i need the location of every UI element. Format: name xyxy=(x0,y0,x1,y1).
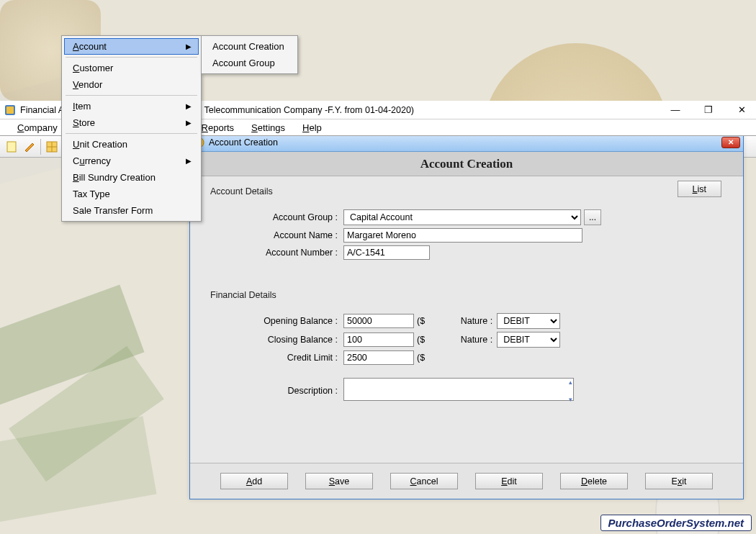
menu-company[interactable]: Company xyxy=(10,121,65,135)
account-submenu: Account Creation Account Group xyxy=(201,35,298,74)
menu-item-sale-transfer[interactable]: Sale Transfer Form xyxy=(64,202,199,219)
menu-settings[interactable]: Settings xyxy=(244,121,292,135)
chevron-right-icon: ▶ xyxy=(186,42,192,50)
dialog-header: Account Creation xyxy=(190,152,743,176)
dialog-title: Account Creation xyxy=(209,137,278,148)
app-icon xyxy=(4,104,16,116)
svg-rect-2 xyxy=(7,142,16,152)
account-number-input[interactable] xyxy=(343,245,430,260)
label-closing-balance: Closing Balance : xyxy=(246,335,343,345)
svg-rect-1 xyxy=(6,107,14,114)
menu-item-store[interactable]: Store▶ xyxy=(64,114,199,131)
scroll-up-icon[interactable]: ▴ xyxy=(569,379,572,386)
label-credit-limit: Credit Limit : xyxy=(246,353,343,363)
label-opening-balance: Opening Balance : xyxy=(246,316,343,326)
exit-button[interactable]: Exit xyxy=(645,473,713,489)
toolbar-edit-icon[interactable] xyxy=(22,139,37,155)
currency-suffix: ($ xyxy=(417,335,425,345)
menu-help[interactable]: Help xyxy=(295,121,329,135)
description-textarea[interactable] xyxy=(343,378,574,401)
currency-suffix: ($ xyxy=(417,316,425,326)
watermark: PurchaseOrderSystem.net xyxy=(600,515,752,531)
nature-1-select[interactable]: DEBIT xyxy=(497,313,560,329)
cancel-button[interactable]: Cancel xyxy=(390,473,458,489)
label-nature-1: Nature : xyxy=(454,316,497,326)
account-group-browse-button[interactable]: ... xyxy=(584,209,601,225)
label-account-name: Account Name : xyxy=(246,230,343,240)
account-name-input[interactable] xyxy=(343,228,582,243)
chevron-right-icon: ▶ xyxy=(186,119,192,127)
menu-separator xyxy=(66,95,197,96)
edit-button[interactable]: Edit xyxy=(475,473,543,489)
nature-2-select[interactable]: DEBIT xyxy=(497,332,560,348)
account-creation-dialog: Account Creation ✕ Account Creation List… xyxy=(189,132,744,499)
menu-item-unit-creation[interactable]: Unit Creation xyxy=(64,136,199,153)
menu-item-vendor[interactable]: Vendor xyxy=(64,76,199,93)
menu-separator xyxy=(66,133,197,134)
opening-balance-input[interactable] xyxy=(343,314,414,328)
label-nature-2: Nature : xyxy=(454,335,497,345)
account-group-select[interactable]: Capital Account xyxy=(343,209,581,225)
section-financial-details: Financial Details xyxy=(210,290,723,300)
submenu-account-creation[interactable]: Account Creation xyxy=(204,38,295,55)
currency-suffix: ($ xyxy=(417,353,425,363)
label-account-number: Account Number : xyxy=(246,248,343,258)
dialog-footer: Add Save Cancel Edit Delete Exit xyxy=(190,463,743,499)
save-button[interactable]: Save xyxy=(305,473,373,489)
close-button[interactable]: ✕ xyxy=(732,104,752,115)
menu-item-item[interactable]: Item▶ xyxy=(64,98,199,114)
submenu-account-group[interactable]: Account Group xyxy=(204,55,295,71)
toolbar-new-icon[interactable] xyxy=(4,139,20,155)
masters-dropdown: Account▶ Customer Vendor Item▶ Store▶ Un… xyxy=(61,35,202,222)
menu-separator xyxy=(66,57,197,58)
section-account-details: Account Details xyxy=(210,186,723,196)
toolbar-grid-icon[interactable] xyxy=(44,139,60,155)
toolbar-divider xyxy=(40,139,41,155)
minimize-button[interactable]: — xyxy=(665,104,685,115)
label-description: Description : xyxy=(246,386,343,396)
list-button[interactable]: List xyxy=(678,181,721,197)
menu-item-customer[interactable]: Customer xyxy=(64,60,199,76)
menu-item-currency[interactable]: Currency▶ xyxy=(64,153,199,169)
maximize-button[interactable]: ❐ xyxy=(698,104,719,115)
chevron-right-icon: ▶ xyxy=(186,102,192,110)
dialog-close-button[interactable]: ✕ xyxy=(721,137,740,148)
menu-item-account[interactable]: Account▶ xyxy=(64,38,199,55)
menu-item-bill-sundry[interactable]: Bill Sundry Creation xyxy=(64,169,199,186)
delete-button[interactable]: Delete xyxy=(560,473,628,489)
chevron-right-icon: ▶ xyxy=(186,157,192,165)
add-button[interactable]: Add xyxy=(220,473,288,489)
scroll-down-icon[interactable]: ▾ xyxy=(569,396,572,403)
menu-item-tax-type[interactable]: Tax Type xyxy=(64,186,199,202)
label-account-group: Account Group : xyxy=(246,212,343,222)
credit-limit-input[interactable] xyxy=(343,350,414,365)
closing-balance-input[interactable] xyxy=(343,332,414,347)
